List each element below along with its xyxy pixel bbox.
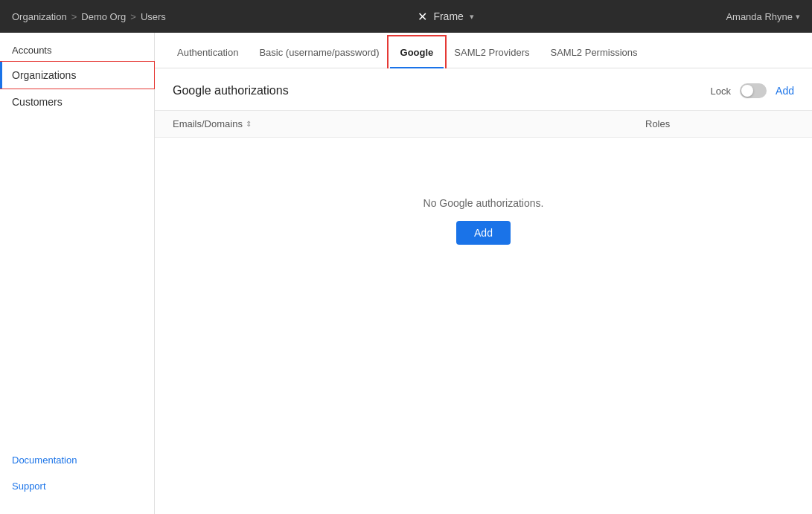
tab-google[interactable]: Google [390, 38, 444, 68]
breadcrumb-users[interactable]: Users [141, 11, 166, 22]
sidebar-support-label: Support [12, 481, 46, 492]
tab-authentication-label: Authentication [177, 47, 238, 58]
breadcrumb-org[interactable]: Organization [12, 11, 67, 22]
empty-state: No Google authorizations. Add [155, 138, 812, 304]
sidebar-bottom: Documentation Support [0, 447, 154, 514]
frame-x-icon: ✕ [418, 10, 427, 24]
tab-google-label: Google [400, 47, 434, 58]
user-menu[interactable]: Amanda Rhyne ▾ [726, 11, 800, 22]
sidebar-documentation-label: Documentation [12, 454, 77, 466]
sidebar-customers-label: Customers [12, 96, 63, 108]
sidebar-item-support[interactable]: Support [0, 473, 154, 499]
sort-icon[interactable]: ⇕ [246, 120, 252, 128]
col-emails-header: Emails/Domains ⇕ [173, 118, 645, 129]
add-button-center[interactable]: Add [456, 221, 511, 245]
frame-selector[interactable]: ✕ Frame ▾ [166, 10, 726, 24]
tab-saml2-providers-label: SAML2 Providers [454, 47, 529, 58]
breadcrumb: Organization > Demo Org > Users [12, 11, 166, 22]
frame-label: Frame [433, 10, 463, 22]
lock-toggle[interactable] [740, 83, 767, 98]
add-link-top[interactable]: Add [776, 85, 794, 97]
frame-chevron-icon: ▾ [470, 12, 474, 22]
topbar: Organization > Demo Org > Users ✕ Frame … [0, 0, 812, 33]
page-content: Google authorizations Lock Add Emails/Do… [155, 68, 812, 514]
tab-basic[interactable]: Basic (username/password) [249, 38, 389, 68]
section-header: Google authorizations Lock Add [155, 68, 812, 111]
user-chevron-icon: ▾ [796, 12, 800, 22]
sidebar-item-customers[interactable]: Customers [0, 89, 154, 115]
sidebar-organizations-label: Organizations [12, 69, 76, 81]
tab-saml2-permissions[interactable]: SAML2 Permissions [540, 38, 648, 68]
main-layout: Accounts Organizations Customers Documen… [0, 33, 812, 514]
col-roles-header: Roles [645, 118, 794, 129]
tab-authentication[interactable]: Authentication [167, 38, 249, 68]
breadcrumb-sep1: > [71, 11, 77, 22]
col-emails-label: Emails/Domains [173, 118, 243, 129]
empty-message: No Google authorizations. [423, 197, 544, 209]
lock-label: Lock [711, 86, 731, 97]
breadcrumb-demo[interactable]: Demo Org [81, 11, 126, 22]
user-name: Amanda Rhyne [726, 11, 793, 22]
tab-saml2-providers[interactable]: SAML2 Providers [444, 38, 540, 68]
sidebar-item-organizations[interactable]: Organizations [0, 62, 154, 89]
col-roles-label: Roles [645, 118, 670, 129]
content-area: Authentication Basic (username/password)… [155, 33, 812, 514]
accounts-label: Accounts [0, 33, 154, 62]
sidebar: Accounts Organizations Customers Documen… [0, 33, 155, 514]
tabs-bar: Authentication Basic (username/password)… [155, 33, 812, 68]
table-header: Emails/Domains ⇕ Roles [155, 111, 812, 138]
tab-basic-label: Basic (username/password) [259, 47, 379, 58]
breadcrumb-sep2: > [130, 11, 136, 22]
header-actions: Lock Add [711, 83, 794, 98]
section-title: Google authorizations [173, 84, 289, 97]
tab-saml2-permissions-label: SAML2 Permissions [550, 47, 637, 58]
sidebar-item-documentation[interactable]: Documentation [0, 447, 154, 473]
